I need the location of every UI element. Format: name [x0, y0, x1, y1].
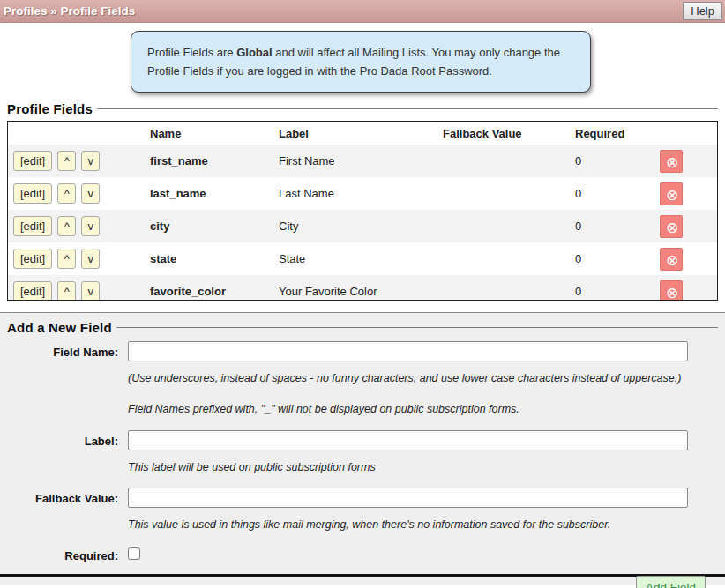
- col-header-label: Label: [275, 122, 439, 145]
- required-cell: 0: [572, 210, 656, 242]
- fallback-value-cell: [439, 242, 572, 275]
- table-row: [edit]^vlast_nameLast Name0⊗: [8, 177, 717, 210]
- move-up-button[interactable]: ^: [57, 216, 76, 236]
- fallback-value-input[interactable]: [128, 488, 688, 508]
- field-label-cell: Last Name: [275, 177, 439, 210]
- delete-field-icon[interactable]: ⊗: [660, 182, 683, 205]
- profile-fields-tbody: [edit]^vfirst_nameFirst Name0⊗[edit]^vla…: [8, 145, 717, 301]
- field-name-cell: last_name: [146, 177, 275, 210]
- delete-field-icon[interactable]: ⊗: [660, 248, 683, 271]
- lower-section: Add a New Field Field Name: (Use undersc…: [0, 312, 725, 574]
- required-cell: 0: [572, 242, 656, 275]
- field-label-cell: First Name: [275, 145, 439, 177]
- table-row: [edit]^vstateState0⊗: [8, 242, 717, 275]
- table-row: [edit]^vcityCity0⊗: [8, 210, 717, 242]
- delete-field-icon[interactable]: ⊗: [660, 150, 683, 173]
- fallback-value-help: This value is used in things like mail m…: [128, 517, 688, 532]
- field-label-cell: State: [275, 242, 439, 275]
- col-header-actions: [8, 122, 146, 145]
- move-up-button[interactable]: ^: [57, 249, 76, 269]
- profile-fields-legend: Profile Fields: [5, 101, 97, 116]
- fallback-value-label: Fallback Value:: [7, 488, 118, 505]
- move-up-button[interactable]: ^: [57, 151, 76, 171]
- edit-button[interactable]: [edit]: [13, 151, 52, 171]
- profile-fields-table-wrap: Name Label Fallback Value Required [edit…: [7, 121, 718, 301]
- delete-field-icon[interactable]: ⊗: [660, 280, 683, 301]
- required-checkbox[interactable]: [128, 547, 140, 560]
- field-name-label: Field Name:: [7, 341, 118, 359]
- field-name-cell: first_name: [146, 145, 275, 177]
- breadcrumb: Profiles » Profile Fields: [4, 4, 135, 18]
- required-cell: 0: [572, 275, 656, 301]
- field-name-help-1: (Use underscores, instead of spaces - no…: [128, 371, 688, 385]
- col-header-fallback: Fallback Value: [439, 122, 572, 145]
- table-row: [edit]^vfirst_nameFirst Name0⊗: [8, 145, 717, 177]
- profile-fields-table: Name Label Fallback Value Required [edit…: [8, 122, 717, 301]
- edit-button[interactable]: [edit]: [13, 183, 52, 204]
- label-help: This label will be used on public subscr…: [128, 460, 688, 474]
- fallback-value-cell: [439, 177, 572, 210]
- add-field-fieldset: Add a New Field Field Name: (Use undersc…: [7, 320, 718, 588]
- move-down-button[interactable]: v: [81, 216, 100, 236]
- notice-text-bold: Global: [236, 46, 272, 59]
- field-name-cell: favorite_color: [146, 275, 275, 301]
- label-label: Label:: [7, 430, 118, 448]
- table-header-row: Name Label Fallback Value Required: [8, 122, 717, 145]
- col-header-delete: [656, 122, 717, 145]
- required-cell: 0: [572, 177, 656, 210]
- move-down-button[interactable]: v: [81, 249, 100, 269]
- profile-fields-fieldset: Profile Fields Name Label Fallback Value…: [7, 101, 718, 301]
- bottom-tail: [0, 577, 725, 585]
- required-label: Required:: [7, 545, 118, 562]
- move-down-button[interactable]: v: [81, 151, 100, 171]
- field-name-help-2: Field Names prefixed with, "_" will not …: [128, 402, 688, 416]
- fallback-value-cell: [439, 145, 572, 177]
- move-up-button[interactable]: ^: [57, 281, 76, 301]
- table-row: [edit]^vfavorite_colorYour Favorite Colo…: [8, 275, 717, 301]
- field-name-cell: state: [146, 242, 275, 275]
- breadcrumb-bar: Profiles » Profile Fields Help: [0, 0, 725, 23]
- fallback-value-cell: [439, 275, 572, 301]
- move-down-button[interactable]: v: [81, 281, 100, 301]
- add-field-button[interactable]: Add Field: [636, 576, 706, 588]
- edit-button[interactable]: [edit]: [13, 249, 52, 269]
- move-down-button[interactable]: v: [81, 183, 100, 204]
- field-name-cell: city: [146, 210, 275, 242]
- required-cell: 0: [572, 145, 656, 177]
- field-label-cell: City: [275, 210, 439, 242]
- label-input[interactable]: [128, 430, 688, 450]
- delete-field-icon[interactable]: ⊗: [660, 215, 683, 238]
- move-up-button[interactable]: ^: [57, 183, 76, 204]
- notice-text-before: Profile Fields are: [147, 46, 236, 59]
- field-label-cell: Your Favorite Color: [275, 275, 439, 301]
- global-notice-box: Profile Fields are Global and will affec…: [131, 31, 591, 93]
- col-header-name: Name: [146, 122, 275, 145]
- col-header-required: Required: [572, 122, 656, 145]
- fallback-value-cell: [439, 210, 572, 242]
- add-field-legend: Add a New Field: [5, 320, 116, 335]
- edit-button[interactable]: [edit]: [13, 281, 52, 301]
- edit-button[interactable]: [edit]: [13, 216, 52, 236]
- help-button[interactable]: Help: [683, 2, 722, 20]
- upper-section: Profile Fields are Global and will affec…: [0, 23, 725, 312]
- field-name-input[interactable]: [128, 341, 688, 361]
